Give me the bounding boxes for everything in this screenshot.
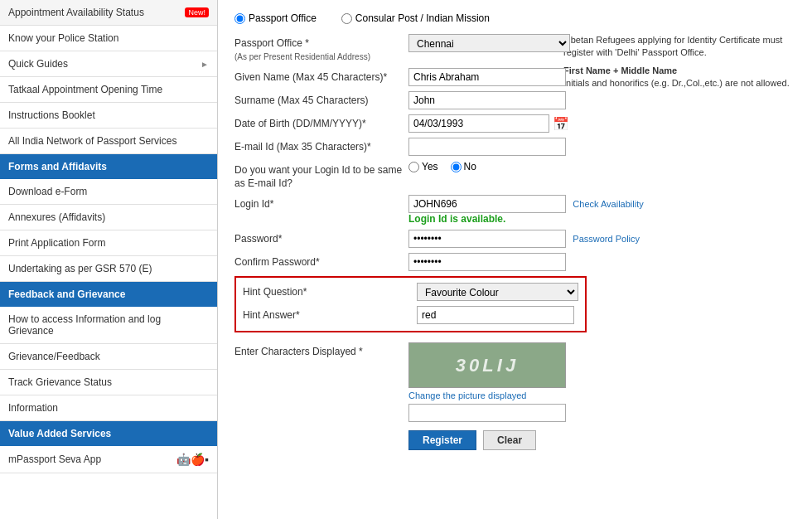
- passport-office-select[interactable]: Chennai: [408, 34, 570, 52]
- surname-value: [408, 91, 566, 109]
- sidebar-item-know-police-station[interactable]: Know your Police Station: [0, 26, 217, 51]
- section-header-feedback-grievance: Feedback and Grievance: [0, 282, 217, 307]
- location-type-radio-group: Passport Office Consular Post / Indian M…: [234, 12, 795, 24]
- hint-answer-label: Hint Answer*: [243, 306, 417, 323]
- surname-row: Surname (Max 45 Characters): [234, 91, 547, 109]
- radio-passport-office-label: Passport Office: [249, 12, 317, 24]
- calendar-icon[interactable]: 📅: [553, 116, 569, 132]
- sidebar: Appointment Availability Status New! Kno…: [0, 0, 218, 519]
- login-same-email-row: Do you want your Login Id to be same as …: [234, 161, 795, 190]
- password-row: Password* Password Policy: [234, 230, 795, 248]
- confirm-password-label: Confirm Password*: [234, 253, 408, 269]
- radio-passport-office-input[interactable]: [234, 13, 245, 24]
- sidebar-item-appointment-availability[interactable]: Appointment Availability Status New!: [0, 0, 217, 26]
- sidebar-item-annexures[interactable]: Annexures (Affidavits): [0, 205, 217, 230]
- confirm-password-input[interactable]: [408, 253, 566, 271]
- captcha-image: 30LIJ: [408, 342, 566, 388]
- login-same-email-radio-group: Yes No: [408, 161, 795, 172]
- sidebar-item-label: All India Network of Passport Services: [8, 135, 176, 147]
- change-picture-link[interactable]: Change the picture displayed: [408, 390, 795, 400]
- sidebar-item-label: How to access Information and log Grieva…: [8, 313, 209, 337]
- given-name-row: Given Name (Max 45 Characters)*: [234, 68, 547, 86]
- sidebar-item-label: Undertaking as per GSR 570 (E): [8, 263, 152, 274]
- registration-form: Tibetan Refugees applying for Identity C…: [234, 34, 795, 450]
- chevron-right-icon: ►: [201, 60, 209, 69]
- section-header-value-added-services: Value Added Services: [0, 421, 217, 446]
- hint-answer-input[interactable]: [417, 306, 574, 324]
- dob-row: Date of Birth (DD/MM/YYYY)* 📅: [234, 114, 795, 133]
- sidebar-item-label: Appointment Availability Status: [8, 7, 144, 18]
- sidebar-item-label: Grievance/Feedback: [8, 351, 100, 362]
- sidebar-item-print-application-form[interactable]: Print Application Form: [0, 230, 217, 256]
- login-same-email-value: Yes No: [408, 161, 795, 172]
- password-policy-link[interactable]: Password Policy: [573, 234, 640, 244]
- password-label: Password*: [234, 230, 408, 246]
- radio-consular-post-label: Consular Post / Indian Mission: [355, 12, 490, 24]
- radio-no-label: No: [464, 161, 476, 172]
- passport-office-row: Passport Office * (As per Present Reside…: [234, 34, 547, 63]
- radio-passport-office[interactable]: Passport Office: [234, 12, 317, 24]
- dob-input[interactable]: [408, 114, 549, 133]
- sidebar-item-instructions-booklet[interactable]: Instructions Booklet: [0, 103, 217, 129]
- given-name-value: [408, 68, 566, 86]
- login-id-label: Login Id*: [234, 195, 408, 211]
- section-header-forms-affidavits: Forms and Affidavits: [0, 154, 217, 179]
- email-value: [408, 138, 795, 156]
- new-badge: New!: [185, 7, 209, 17]
- sidebar-item-all-india-network[interactable]: All India Network of Passport Services: [0, 129, 217, 154]
- button-row: Register Clear: [408, 430, 795, 450]
- email-input[interactable]: [408, 138, 566, 156]
- login-id-available-text: Login Id is available.: [408, 213, 795, 225]
- hint-answer-value: [417, 306, 578, 324]
- radio-yes[interactable]: Yes: [408, 161, 438, 172]
- sidebar-item-download-eform[interactable]: Download e-Form: [0, 179, 217, 205]
- surname-input[interactable]: [408, 91, 566, 109]
- hint-question-label: Hint Question*: [243, 283, 417, 299]
- passport-office-value: Chennai: [408, 34, 570, 52]
- password-value: Password Policy: [408, 230, 795, 248]
- login-id-input[interactable]: [408, 195, 566, 213]
- clear-button[interactable]: Clear: [483, 430, 536, 450]
- radio-no[interactable]: No: [451, 161, 476, 172]
- sidebar-item-label: Quick Guides: [8, 58, 68, 70]
- hint-answer-row: Hint Answer*: [243, 306, 578, 324]
- passport-office-label: Passport Office * (As per Present Reside…: [234, 34, 408, 63]
- radio-consular-post-input[interactable]: [341, 13, 352, 24]
- sidebar-item-track-grievance[interactable]: Track Grievance Status: [0, 370, 217, 395]
- sidebar-item-mpassport[interactable]: mPassport Seva App 🤖🍎▪️: [0, 446, 217, 473]
- check-availability-link[interactable]: Check Availability: [573, 199, 643, 209]
- sidebar-item-undertaking-gsr[interactable]: Undertaking as per GSR 570 (E): [0, 256, 217, 282]
- sidebar-item-label: mPassport Seva App: [8, 454, 101, 465]
- password-input[interactable]: [408, 230, 566, 248]
- sidebar-item-label: Instructions Booklet: [8, 109, 95, 121]
- name-note-text: Initials and honorifics (e.g. Dr.,Col.,e…: [563, 78, 790, 88]
- sidebar-item-information[interactable]: Information: [0, 395, 217, 421]
- given-name-input[interactable]: [408, 68, 566, 86]
- sidebar-item-grievance-feedback[interactable]: Grievance/Feedback: [0, 344, 217, 370]
- captcha-label: Enter Characters Displayed *: [234, 342, 408, 359]
- sidebar-item-label: Know your Police Station: [8, 32, 118, 44]
- login-same-email-label: Do you want your Login Id to be same as …: [234, 161, 408, 190]
- register-button[interactable]: Register: [408, 430, 476, 450]
- sidebar-item-tatkaal[interactable]: Tatkaal Appointment Opening Time: [0, 77, 217, 103]
- radio-yes-label: Yes: [422, 161, 438, 172]
- hint-question-row: Hint Question* Favourite Colour Mother's…: [243, 283, 578, 301]
- hint-section: Hint Question* Favourite Colour Mother's…: [234, 276, 587, 332]
- sidebar-item-quick-guides[interactable]: Quick Guides ►: [0, 51, 217, 77]
- hint-question-select[interactable]: Favourite Colour Mother's Maiden Name Pe…: [417, 283, 578, 301]
- captcha-value: 30LIJ Change the picture displayed: [408, 342, 795, 422]
- email-row: E-mail Id (Max 35 Characters)*: [234, 138, 795, 156]
- hint-question-value: Favourite Colour Mother's Maiden Name Pe…: [417, 283, 578, 301]
- email-label: E-mail Id (Max 35 Characters)*: [234, 138, 408, 154]
- dob-value: 📅: [408, 114, 795, 133]
- radio-yes-input[interactable]: [408, 162, 419, 172]
- radio-no-input[interactable]: [451, 162, 462, 172]
- sidebar-item-label: Print Application Form: [8, 237, 105, 249]
- sidebar-item-label: Information: [8, 402, 58, 414]
- radio-consular-post[interactable]: Consular Post / Indian Mission: [341, 12, 490, 24]
- sidebar-item-how-to-access[interactable]: How to access Information and log Grieva…: [0, 307, 217, 344]
- tibetan-refugees-note: Tibetan Refugees applying for Identity C…: [563, 34, 795, 60]
- name-note-label: First Name + Middle Name: [563, 65, 677, 75]
- sidebar-item-label: Track Grievance Status: [8, 376, 112, 388]
- captcha-input[interactable]: [408, 404, 566, 422]
